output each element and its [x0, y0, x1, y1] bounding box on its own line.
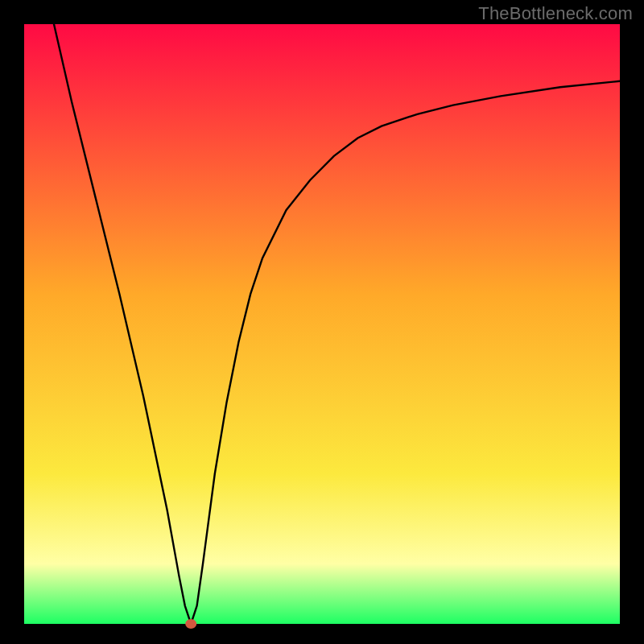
chart-svg — [0, 0, 644, 644]
minimum-marker — [185, 619, 196, 629]
chart-frame: TheBottleneck.com — [0, 0, 644, 644]
plot-background — [24, 24, 620, 624]
